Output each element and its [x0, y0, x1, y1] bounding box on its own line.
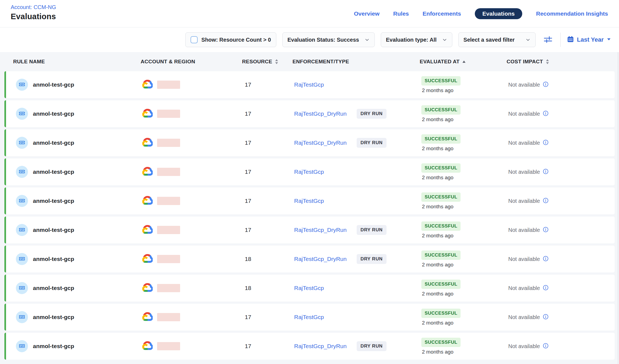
- gcp-logo-icon: [142, 80, 153, 90]
- resource-count: 17: [245, 314, 251, 320]
- info-icon[interactable]: [543, 140, 549, 146]
- status-badge: SUCCESSFUL: [421, 251, 461, 260]
- info-icon[interactable]: [543, 314, 549, 321]
- info-icon[interactable]: [543, 227, 549, 234]
- table-row[interactable]: anmol-test-gcp 17 RajTestGc: [4, 158, 615, 185]
- date-range-picker[interactable]: Last Year: [567, 35, 611, 44]
- resource-count-cell: 17: [244, 110, 294, 117]
- gcp-logo-icon: [142, 341, 153, 351]
- nav-item-recommendation-insights[interactable]: Recommendation Insights: [536, 8, 608, 19]
- resource-count-cell: 17: [244, 314, 294, 320]
- account-region-cell: [142, 341, 244, 351]
- table-row[interactable]: anmol-test-gcp 18 RajTestGc: [4, 246, 615, 272]
- rule-icon: [16, 79, 28, 91]
- nav-item-enforcements[interactable]: Enforcements: [423, 8, 461, 19]
- account-region-cell: [142, 109, 244, 119]
- breadcrumb-account-link[interactable]: Account: CCM-NG: [11, 4, 56, 10]
- resource-count-checkbox[interactable]: [191, 36, 198, 43]
- table-row[interactable]: anmol-test-gcp 17 RajTestGc: [4, 100, 615, 127]
- nav-item-overview[interactable]: Overview: [354, 8, 379, 19]
- resource-count: 18: [245, 256, 251, 262]
- resource-count-cell: 17: [244, 227, 294, 233]
- table-row[interactable]: anmol-test-gcp 17 RajTestGc: [4, 129, 615, 156]
- scrollbar[interactable]: [618, 52, 618, 364]
- table-row[interactable]: anmol-test-gcp 17 RajTestGc: [4, 333, 615, 360]
- info-icon[interactable]: [543, 285, 549, 292]
- evaluated-at-cell: SUCCESSFUL 2 months ago: [421, 192, 508, 210]
- resource-count-filter[interactable]: Show: Resource Count > 0: [185, 32, 276, 47]
- enforcement-cell: RajTestGcp_DryRun DRY RUN: [294, 109, 421, 119]
- nav-item-evaluations-active[interactable]: Evaluations: [475, 8, 523, 19]
- resource-count: 17: [245, 81, 251, 88]
- info-icon[interactable]: [543, 110, 549, 117]
- enforcement-cell: RajTestGcp: [294, 198, 421, 204]
- enforcement-link[interactable]: RajTestGcp_DryRun: [294, 140, 347, 146]
- rule-name-cell: anmol-test-gcp: [6, 108, 142, 120]
- cost-impact-value: Not available: [508, 169, 540, 175]
- filter-settings-button[interactable]: [542, 33, 554, 47]
- status-badge: SUCCESSFUL: [421, 192, 461, 202]
- filter-bar: Show: Resource Count > 0 Evaluation Stat…: [0, 27, 619, 52]
- info-icon[interactable]: [543, 198, 549, 204]
- rule-icon: [16, 137, 28, 149]
- table-row[interactable]: anmol-test-gcp 17 RajTestGc: [4, 187, 615, 214]
- evaluated-timestamp: 2 months ago: [421, 87, 453, 93]
- evaluation-type-dropdown[interactable]: Evaluation type: All: [381, 32, 452, 47]
- gcp-logo-icon: [142, 225, 153, 235]
- sort-icon[interactable]: [546, 59, 549, 64]
- enforcement-link[interactable]: RajTestGcp_DryRun: [294, 256, 347, 262]
- table-row[interactable]: anmol-test-gcp 17 RajTestGc: [4, 304, 615, 331]
- info-icon[interactable]: [543, 81, 549, 88]
- status-badge: SUCCESSFUL: [421, 105, 461, 115]
- info-icon[interactable]: [543, 343, 549, 350]
- status-badge: SUCCESSFUL: [421, 309, 461, 318]
- enforcement-cell: RajTestGcp: [294, 285, 421, 291]
- enforcement-link[interactable]: RajTestGcp_DryRun: [294, 110, 347, 117]
- evaluation-status-dropdown[interactable]: Evaluation Status: Success: [282, 32, 375, 47]
- evaluations-table: RULE NAME ACCOUNT & REGION RESOURCE ENFO…: [0, 52, 619, 364]
- saved-filter-dropdown[interactable]: Select a saved filter: [458, 32, 536, 47]
- enforcement-link[interactable]: RajTestGcp: [294, 169, 324, 175]
- evaluated-at-cell: SUCCESSFUL 2 months ago: [421, 134, 508, 152]
- column-header-evaluated-at[interactable]: EVALUATED AT: [420, 59, 507, 65]
- rule-name-cell: anmol-test-gcp: [6, 166, 142, 178]
- table-row[interactable]: anmol-test-gcp 18 RajTestGc: [4, 275, 615, 302]
- enforcement-link[interactable]: RajTestGcp_DryRun: [294, 343, 347, 349]
- dry-run-badge: DRY RUN: [357, 341, 387, 351]
- cost-impact-cell: Not available: [508, 343, 615, 350]
- sort-ascending-icon[interactable]: [462, 61, 466, 63]
- sort-icon[interactable]: [275, 59, 278, 64]
- table-body: anmol-test-gcp 17 RajTestGc: [0, 71, 619, 360]
- status-badge: SUCCESSFUL: [421, 163, 461, 173]
- nav-item-rules[interactable]: Rules: [393, 8, 409, 19]
- evaluated-timestamp: 2 months ago: [421, 349, 453, 355]
- column-header-resource[interactable]: RESOURCE: [242, 59, 293, 65]
- cost-impact-value: Not available: [508, 285, 540, 291]
- evaluated-timestamp: 2 months ago: [421, 204, 453, 210]
- column-header-cost-impact[interactable]: COST IMPACT: [507, 59, 615, 65]
- redacted-account-name: [157, 110, 180, 118]
- enforcement-link[interactable]: RajTestGcp: [294, 81, 324, 88]
- enforcement-link[interactable]: RajTestGcp: [294, 285, 324, 291]
- evaluated-timestamp: 2 months ago: [421, 146, 453, 152]
- resource-count: 17: [245, 227, 251, 233]
- enforcement-link[interactable]: RajTestGcp: [294, 198, 324, 204]
- table-row[interactable]: anmol-test-gcp 17 RajTestGc: [4, 217, 615, 243]
- resource-count-cell: 17: [244, 198, 294, 204]
- rule-icon: [16, 311, 28, 323]
- evaluated-at-cell: SUCCESSFUL 2 months ago: [421, 280, 508, 297]
- account-region-cell: [142, 138, 244, 148]
- table-row[interactable]: anmol-test-gcp 17 RajTestGc: [4, 71, 615, 98]
- info-icon[interactable]: [543, 256, 549, 263]
- cost-impact-cell: Not available: [508, 314, 615, 321]
- enforcement-link[interactable]: RajTestGcp: [294, 314, 324, 320]
- caret-down-icon: [606, 37, 611, 42]
- info-icon[interactable]: [543, 169, 549, 175]
- enforcement-link[interactable]: RajTestGcp_DryRun: [294, 227, 347, 233]
- resource-count: 17: [245, 140, 251, 146]
- evaluated-timestamp: 2 months ago: [421, 175, 453, 181]
- dry-run-badge: DRY RUN: [357, 109, 387, 119]
- evaluated-timestamp: 2 months ago: [421, 116, 453, 123]
- enforcement-cell: RajTestGcp_DryRun DRY RUN: [294, 341, 421, 351]
- redacted-account-name: [157, 313, 180, 321]
